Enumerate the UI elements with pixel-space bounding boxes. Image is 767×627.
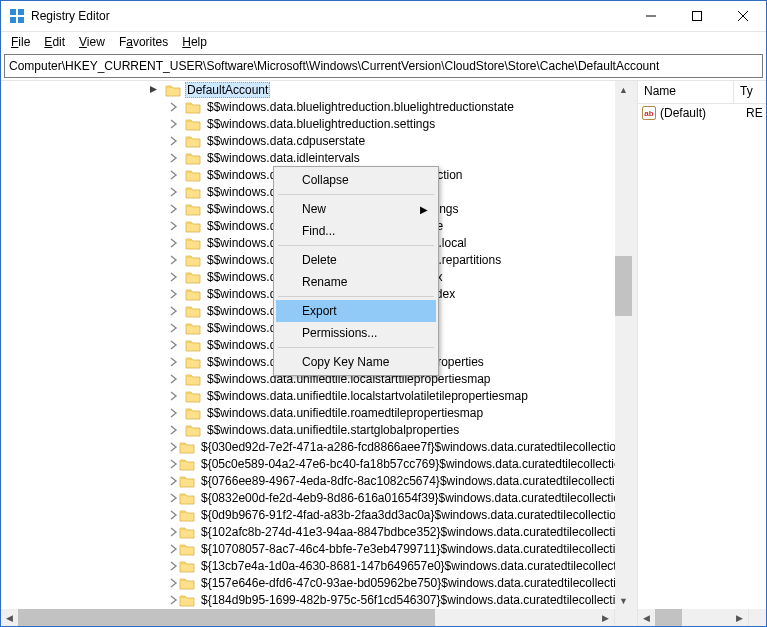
expander-icon[interactable] <box>169 527 179 537</box>
expander-icon[interactable] <box>169 442 179 452</box>
menu-favorites[interactable]: Favorites <box>113 33 174 51</box>
tree-item[interactable]: ${0832e00d-fe2d-4eb9-8d86-616a01654f39}$… <box>169 489 615 506</box>
scroll-track[interactable] <box>615 98 632 592</box>
scroll-left-button[interactable]: ◀ <box>638 609 655 626</box>
context-delete[interactable]: Delete <box>276 249 436 271</box>
tree-item[interactable]: ${102afc8b-274d-41e3-94aa-8847bdbce352}$… <box>169 523 615 540</box>
maximize-button[interactable] <box>674 1 720 31</box>
expander-icon[interactable] <box>169 510 179 520</box>
expander-icon[interactable] <box>169 119 185 129</box>
expander-icon[interactable] <box>169 255 185 265</box>
tree-item-label: ${030ed92d-7e2f-471a-a286-fcd8866aee7f}$… <box>199 440 615 454</box>
expander-icon[interactable] <box>169 272 185 282</box>
expander-icon[interactable] <box>169 170 185 180</box>
tree-item[interactable]: ${13cb7e4a-1d0a-4630-8681-147b649657e0}$… <box>169 557 615 574</box>
expander-icon[interactable] <box>169 578 179 588</box>
tree-vertical-scrollbar[interactable]: ▲ ▼ <box>615 81 632 609</box>
tree-item[interactable]: $$windows.data.bluelightreduction.settin… <box>169 115 615 132</box>
svg-rect-3 <box>18 17 24 23</box>
scroll-up-button[interactable]: ▲ <box>615 81 632 98</box>
tree-item[interactable]: ${0766ee89-4967-4eda-8dfc-8ac1082c5674}$… <box>169 472 615 489</box>
context-rename[interactable]: Rename <box>276 271 436 293</box>
column-type[interactable]: Ty <box>734 81 766 103</box>
expander-icon[interactable] <box>169 476 179 486</box>
tree-item[interactable]: $$windows.data.unifiedtile.roamedtilepro… <box>169 404 615 421</box>
expander-icon[interactable] <box>169 187 185 197</box>
scroll-right-button[interactable]: ▶ <box>597 609 614 626</box>
values-header: Name Ty <box>638 81 766 104</box>
expander-icon[interactable] <box>169 204 185 214</box>
scroll-track[interactable] <box>18 609 597 626</box>
expander-icon[interactable] <box>169 391 185 401</box>
column-name[interactable]: Name <box>638 81 734 103</box>
value-row[interactable]: ab(Default)RE <box>638 104 766 122</box>
context-separator <box>278 296 434 297</box>
tree-item[interactable]: ${030ed92d-7e2f-471a-a286-fcd8866aee7f}$… <box>169 438 615 455</box>
expander-icon[interactable] <box>169 221 185 231</box>
folder-icon <box>179 474 195 488</box>
scroll-thumb[interactable] <box>655 609 682 626</box>
tree-item[interactable]: ${05c0e589-04a2-47e6-bc40-fa18b57cc769}$… <box>169 455 615 472</box>
folder-icon <box>185 202 201 216</box>
expander-icon[interactable] <box>169 425 185 435</box>
context-find[interactable]: Find... <box>276 220 436 242</box>
values-body[interactable]: ab(Default)RE <box>638 104 766 122</box>
expander-icon[interactable] <box>169 561 179 571</box>
tree-item-selected[interactable]: DefaultAccount <box>149 81 615 98</box>
expander-icon[interactable] <box>169 153 185 163</box>
values-horizontal-scrollbar[interactable]: ◀ ▶ <box>638 609 748 626</box>
expander-icon[interactable] <box>169 323 185 333</box>
folder-icon <box>185 253 201 267</box>
folder-icon <box>185 168 201 182</box>
scroll-right-button[interactable]: ▶ <box>731 609 748 626</box>
tree-item[interactable]: ${0d9b9676-91f2-4fad-a83b-2faa3dd3ac0a}$… <box>169 506 615 523</box>
minimize-button[interactable] <box>628 1 674 31</box>
scroll-thumb[interactable] <box>615 256 632 316</box>
tree-horizontal-scrollbar[interactable]: ◀ ▶ <box>1 609 614 626</box>
address-bar[interactable]: Computer\HKEY_CURRENT_USER\Software\Micr… <box>4 54 763 78</box>
context-new[interactable]: New▶ <box>276 198 436 220</box>
body: DefaultAccount $$windows.data.bluelightr… <box>1 80 766 626</box>
tree-item[interactable]: ${184d9b95-1699-482b-975c-56f1cd546307}$… <box>169 591 615 608</box>
folder-icon <box>185 389 201 403</box>
expander-icon[interactable] <box>169 340 185 350</box>
scroll-track[interactable] <box>655 609 731 626</box>
scroll-down-button[interactable]: ▼ <box>615 592 632 609</box>
close-button[interactable] <box>720 1 766 31</box>
expander-icon[interactable] <box>169 306 185 316</box>
expander-icon[interactable] <box>169 238 185 248</box>
tree-item[interactable]: $$windows.data.unifiedtile.startglobalpr… <box>169 421 615 438</box>
expander-icon[interactable] <box>169 102 185 112</box>
scroll-left-button[interactable]: ◀ <box>1 609 18 626</box>
expander-icon[interactable] <box>169 357 185 367</box>
expander-icon[interactable] <box>169 459 179 469</box>
context-permissions[interactable]: Permissions... <box>276 322 436 344</box>
value-name: (Default) <box>660 106 742 120</box>
menu-view[interactable]: View <box>73 33 111 51</box>
tree-item[interactable]: ${10708057-8ac7-46c4-bbfe-7e3eb4799711}$… <box>169 540 615 557</box>
menu-file[interactable]: File <box>5 33 36 51</box>
tree-item[interactable]: $$windows.data.bluelightreduction.blueli… <box>169 98 615 115</box>
menu-help[interactable]: Help <box>176 33 213 51</box>
expander-icon[interactable] <box>169 136 185 146</box>
expander-icon[interactable] <box>169 544 179 554</box>
context-collapse[interactable]: Collapse <box>276 169 436 191</box>
expander-icon[interactable] <box>169 408 185 418</box>
registry-editor-window: Registry Editor File Edit View Favorites… <box>0 0 767 627</box>
svg-rect-0 <box>10 9 16 15</box>
expander-icon[interactable] <box>169 374 185 384</box>
scroll-thumb[interactable] <box>18 609 435 626</box>
expander-icon[interactable] <box>169 493 179 503</box>
context-export[interactable]: Export <box>276 300 436 322</box>
folder-icon <box>185 287 201 301</box>
context-copy-key-name[interactable]: Copy Key Name <box>276 351 436 373</box>
tree-item[interactable]: ${157e646e-dfd6-47c0-93ae-bd05962be750}$… <box>169 574 615 591</box>
tree-item[interactable]: $$windows.data.idleintervals <box>169 149 615 166</box>
expander-icon[interactable] <box>169 289 185 299</box>
menu-edit[interactable]: Edit <box>38 33 71 51</box>
tree-item[interactable]: $$windows.data.cdpuserstate <box>169 132 615 149</box>
expander-icon[interactable] <box>169 595 179 605</box>
expander-open-icon[interactable] <box>149 85 165 95</box>
tree-item[interactable]: $$windows.data.unifiedtile.localstartvol… <box>169 387 615 404</box>
tree-pane[interactable]: DefaultAccount $$windows.data.bluelightr… <box>1 81 615 609</box>
